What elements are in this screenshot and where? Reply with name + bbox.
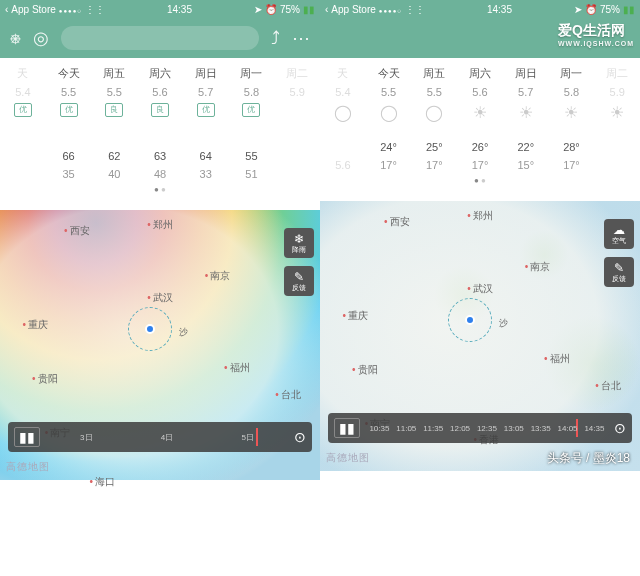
low-row: 3540483351 bbox=[0, 165, 320, 183]
back-label[interactable]: App Store bbox=[11, 4, 55, 15]
icon-row-r: ◯◯◯☀☀☀☀ bbox=[320, 101, 640, 124]
city-label: 重庆 bbox=[22, 318, 48, 332]
forecast-cell: 48 bbox=[137, 165, 183, 183]
timeline-tick: 3日 bbox=[80, 432, 92, 443]
layer-rain-button[interactable]: ❄降雨 bbox=[284, 228, 314, 258]
forecast-strip[interactable]: 天今天周五周六周日周一周二 5.45.55.55.65.75.85.9 优优良良… bbox=[0, 58, 320, 210]
forecast-cell bbox=[0, 147, 46, 165]
city-label: 贵阳 bbox=[352, 363, 378, 377]
date-row: 5.45.55.55.65.75.85.9 bbox=[0, 83, 320, 101]
back-chevron-icon[interactable]: ‹ bbox=[325, 4, 328, 15]
battery-icon: ▮▮ bbox=[623, 4, 635, 15]
forecast-cell: ☀ bbox=[457, 101, 503, 124]
wifi-icon: ⋮⋮ bbox=[405, 4, 425, 15]
city-label: 贵阳 bbox=[32, 372, 58, 386]
location-label: 沙 bbox=[499, 317, 508, 330]
battery-icon: ▮▮ bbox=[303, 4, 315, 15]
forecast-cell: 周日 bbox=[183, 64, 229, 83]
timeline[interactable]: ▮▮ 3日4日5日 ⊙ bbox=[8, 422, 312, 452]
day-row-r: 天今天周五周六周日周一周二 bbox=[320, 64, 640, 83]
timeline-tick: 12:05 bbox=[450, 424, 470, 433]
forecast-cell: 63 bbox=[137, 147, 183, 165]
timeline-track-left: 3日4日5日 bbox=[46, 422, 288, 452]
forecast-cell: 5.5 bbox=[91, 83, 137, 101]
forecast-cell: 优 bbox=[46, 101, 92, 119]
location-dot-icon bbox=[465, 315, 475, 325]
location-label: 沙 bbox=[179, 326, 188, 339]
pause-icon[interactable]: ▮▮ bbox=[14, 427, 40, 447]
forecast-cell: 天 bbox=[0, 64, 46, 83]
city-label: 台北 bbox=[595, 379, 621, 393]
map-attribution: 高德地图 bbox=[326, 451, 370, 465]
location-ring-icon bbox=[448, 298, 492, 342]
forecast-cell bbox=[320, 138, 366, 156]
wifi-icon: ⋮⋮ bbox=[85, 4, 105, 15]
city-label: 台北 bbox=[275, 388, 301, 402]
forecast-cell: 17° bbox=[411, 156, 457, 174]
timeline-tick: 5日 bbox=[241, 432, 253, 443]
spacer bbox=[0, 119, 320, 147]
more-icon[interactable]: ⋯ bbox=[292, 27, 310, 49]
weather-map-air[interactable]: 西安 郑州 南京 武汉 重庆 贵阳 福州 台北 南宁 香港 黄 沙 ☁空气 ✎反… bbox=[320, 201, 640, 471]
forecast-cell: 天 bbox=[320, 64, 366, 83]
location-icon: ➤ bbox=[574, 4, 582, 15]
location-dot-icon bbox=[145, 324, 155, 334]
forecast-cell: 64 bbox=[183, 147, 229, 165]
forecast-cell: 51 bbox=[229, 165, 275, 183]
feedback-button[interactable]: ✎反馈 bbox=[604, 257, 634, 287]
forecast-cell: 24° bbox=[366, 138, 412, 156]
forecast-cell: 今天 bbox=[46, 64, 92, 83]
city-label: 武汉 bbox=[467, 282, 493, 296]
timeline-tick: 11:05 bbox=[396, 424, 416, 433]
locate-button[interactable]: ⊙ bbox=[294, 429, 306, 445]
forecast-cell: 优 bbox=[0, 101, 46, 119]
share-icon[interactable]: ⤴ bbox=[271, 28, 280, 49]
back-chevron-icon[interactable]: ‹ bbox=[5, 4, 8, 15]
search-input[interactable] bbox=[61, 26, 259, 50]
timeline-track-right: 10:3511:0511:3512:0512:3513:0513:3514:05… bbox=[366, 413, 608, 443]
city-label: 西安 bbox=[64, 224, 90, 238]
forecast-strip[interactable]: 天今天周五周六周日周一周二 5.45.55.55.65.75.85.9 ◯◯◯☀… bbox=[320, 58, 640, 201]
forecast-cell: 5.5 bbox=[411, 83, 457, 101]
layer-air-button[interactable]: ☁空气 bbox=[604, 219, 634, 249]
target-icon[interactable]: ◎ bbox=[33, 27, 49, 49]
city-label: 南京 bbox=[525, 260, 551, 274]
forecast-cell: 33 bbox=[183, 165, 229, 183]
status-time: 14:35 bbox=[487, 4, 512, 15]
forecast-cell: ☀ bbox=[503, 101, 549, 124]
forecast-cell: ◯ bbox=[411, 101, 457, 124]
timeline-tick: 13:35 bbox=[531, 424, 551, 433]
forecast-cell: 今天 bbox=[366, 64, 412, 83]
status-bar: ‹ App Store ⋮⋮ 14:35 ➤ ⏰ 75% ▮▮ bbox=[320, 0, 640, 18]
forecast-cell: 周日 bbox=[503, 64, 549, 83]
status-time: 14:35 bbox=[167, 4, 192, 15]
forecast-cell: 5.6 bbox=[320, 156, 366, 174]
forecast-cell: 5.5 bbox=[366, 83, 412, 101]
map-attribution: 高德地图 bbox=[6, 460, 50, 474]
forecast-cell: 22° bbox=[503, 138, 549, 156]
timeline[interactable]: ▮▮ 10:3511:0511:3512:0512:3513:0513:3514… bbox=[328, 413, 632, 443]
forecast-cell: 5.4 bbox=[320, 83, 366, 101]
timeline-tick: 14:05 bbox=[558, 424, 578, 433]
back-label[interactable]: App Store bbox=[331, 4, 375, 15]
watermark: 爱Q生活网 WWW.IQSHW.COM bbox=[558, 22, 634, 47]
forecast-cell: 5.6 bbox=[457, 83, 503, 101]
timeline-tick: 11:35 bbox=[423, 424, 443, 433]
forecast-cell: 15° bbox=[503, 156, 549, 174]
forecast-cell: 5.6 bbox=[137, 83, 183, 101]
feedback-button[interactable]: ✎反馈 bbox=[284, 266, 314, 296]
timeline-marker[interactable] bbox=[256, 428, 258, 446]
pause-icon[interactable]: ▮▮ bbox=[334, 418, 360, 438]
weather-map-rain[interactable]: 西安 郑州 南京 武汉 重庆 贵阳 福州 台北 南宁 黄 海口 沙 ❄降雨 ✎反… bbox=[0, 210, 320, 480]
forecast-cell: ◯ bbox=[320, 101, 366, 124]
page-indicator: ● ● bbox=[320, 174, 640, 187]
date-row-r: 5.45.55.55.65.75.85.9 bbox=[320, 83, 640, 101]
forecast-cell: 优 bbox=[183, 101, 229, 119]
locate-button[interactable]: ⊙ bbox=[614, 420, 626, 436]
forecast-cell: 周一 bbox=[229, 64, 275, 83]
forecast-cell: 5.8 bbox=[549, 83, 595, 101]
forecast-cell: 62 bbox=[91, 147, 137, 165]
pin-icon[interactable]: ⎈ bbox=[10, 28, 21, 49]
forecast-cell: 周二 bbox=[594, 64, 640, 83]
forecast-cell: ☀ bbox=[549, 101, 595, 124]
